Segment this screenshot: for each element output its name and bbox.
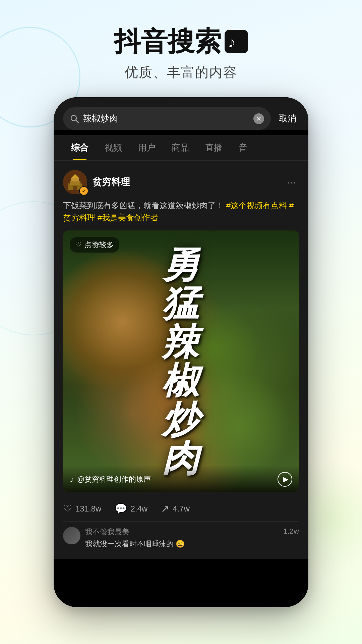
- title-text: 抖音搜索: [114, 27, 221, 56]
- search-cancel-button[interactable]: 取消: [276, 113, 299, 124]
- video-source: ♪ @贫穷料理创作的原声: [70, 474, 151, 484]
- search-bar-area: 辣椒炒肉 ✕ 取消: [54, 97, 308, 130]
- interaction-row: ♡ 131.8w 💬 2.4w ↗ 4.7w: [63, 500, 299, 521]
- post-header: ✓ 贫穷料理 ···: [63, 170, 299, 194]
- commenter-avatar: [63, 527, 80, 544]
- commenter-username: 我不管我最美: [85, 527, 279, 537]
- post-username: 贫穷料理: [93, 176, 279, 189]
- header-section: 抖音搜索 ♪ 优质、丰富的内容: [0, 0, 362, 95]
- video-container[interactable]: 勇猛辣椒炒肉 ♡ 点赞较多: [63, 230, 299, 492]
- likes-count: 131.8w: [75, 504, 101, 514]
- video-source-text: @贫穷料理创作的原声: [77, 474, 151, 484]
- heart-icon: ♡: [75, 240, 82, 249]
- video-calligraphy-text: 勇猛辣椒炒肉: [162, 245, 200, 478]
- play-icon: ▶: [283, 475, 289, 484]
- phone-mockup-wrapper: 辣椒炒肉 ✕ 取消 综合 视频 用户 商品: [54, 97, 308, 607]
- comment-preview: 我不管我最美 我就没一次看时不咽唾沫的 😄 1.2w: [63, 521, 299, 549]
- app-title: 抖音搜索 ♪: [0, 27, 362, 56]
- play-button[interactable]: ▶: [278, 472, 292, 487]
- video-thumbnail: 勇猛辣椒炒肉 ♡ 点赞较多: [63, 230, 299, 492]
- hashtag-3[interactable]: #我是美食创作者: [98, 213, 158, 222]
- comment-count: 1.2w: [284, 527, 299, 536]
- video-overlay: 勇猛辣椒炒肉: [63, 230, 299, 492]
- tab-综合[interactable]: 综合: [63, 135, 97, 160]
- hashtag-1[interactable]: #这个视频有点料: [226, 201, 287, 210]
- svg-rect-7: [71, 178, 79, 181]
- tab-视频[interactable]: 视频: [97, 135, 130, 160]
- search-icon: [70, 114, 79, 123]
- tab-音[interactable]: 音: [231, 135, 255, 160]
- tab-用户[interactable]: 用户: [130, 135, 164, 160]
- tiktok-small-icon: ♪: [70, 475, 74, 484]
- tabs-bar: 综合 视频 用户 商品 直播 音: [54, 135, 308, 161]
- post-desc-text: 下饭菜到底有多凶猛，就看这道辣椒炒肉了！: [63, 201, 224, 210]
- phone-screen: 辣椒炒肉 ✕ 取消 综合 视频 用户 商品: [54, 97, 308, 607]
- comments-count: 2.4w: [130, 504, 147, 514]
- comment-content: 我不管我最美 我就没一次看时不咽唾沫的 😄: [85, 527, 279, 549]
- shares-count: 4.7w: [173, 504, 190, 514]
- tiktok-icon: ♪: [225, 30, 248, 53]
- post-description: 下饭菜到底有多凶猛，就看这道辣椒炒肉了！ #这个视频有点料 #贫穷料理 #我是美…: [63, 200, 299, 224]
- share-icon: ↗: [161, 503, 169, 515]
- search-query: 辣椒炒肉: [83, 113, 249, 124]
- search-clear-button[interactable]: ✕: [253, 113, 264, 124]
- shares-button[interactable]: ↗ 4.7w: [161, 503, 190, 515]
- comments-button[interactable]: 💬 2.4w: [115, 503, 147, 515]
- likes-badge-text: 点赞较多: [84, 240, 114, 250]
- comment-text: 我就没一次看时不咽唾沫的 😄: [85, 539, 279, 549]
- search-input-container[interactable]: 辣椒炒肉 ✕: [63, 107, 271, 130]
- likes-button[interactable]: ♡ 131.8w: [63, 503, 101, 515]
- post-card: ✓ 贫穷料理 ··· 下饭菜到底有多凶猛，就看这道辣椒炒肉了！ #这个视频有点料…: [63, 170, 299, 549]
- app-subtitle: 优质、丰富的内容: [0, 63, 362, 82]
- more-options-button[interactable]: ···: [285, 173, 299, 191]
- tab-商品[interactable]: 商品: [164, 135, 197, 160]
- content-area: ✓ 贫穷料理 ··· 下饭菜到底有多凶猛，就看这道辣椒炒肉了！ #这个视频有点料…: [54, 161, 308, 559]
- avatar-container: ✓: [63, 170, 87, 194]
- verified-badge: ✓: [79, 186, 88, 196]
- tab-直播[interactable]: 直播: [197, 135, 231, 160]
- comment-icon: 💬: [115, 503, 127, 515]
- video-bottom-bar: ♪ @贫穷料理创作的原声 ▶: [63, 465, 299, 492]
- likes-badge: ♡ 点赞较多: [70, 237, 119, 253]
- svg-text:♪: ♪: [228, 33, 236, 51]
- heart-icon: ♡: [63, 503, 72, 515]
- svg-rect-9: [73, 186, 77, 190]
- phone-mockup: 辣椒炒肉 ✕ 取消 综合 视频 用户 商品: [54, 97, 308, 607]
- svg-line-3: [76, 120, 78, 123]
